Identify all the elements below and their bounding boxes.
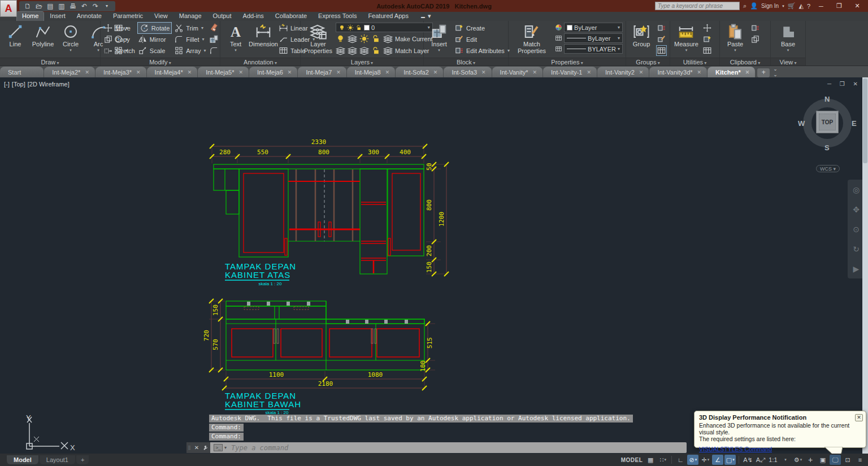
file-tab[interactable]: Int-Vanity*✕ xyxy=(492,67,542,77)
match-layer-icon[interactable] xyxy=(383,46,393,55)
grid-toggle-icon[interactable]: ▦ xyxy=(645,455,656,465)
group-selection-icon[interactable] xyxy=(657,45,666,56)
file-tab[interactable]: Int-Vanity2✕ xyxy=(597,67,649,77)
close-tab-icon[interactable]: ✕ xyxy=(288,69,292,75)
showmotion-icon[interactable]: ▶ xyxy=(853,264,860,273)
linetype-select[interactable]: BYLAYER xyxy=(564,44,623,54)
file-tab[interactable]: Int-Meja6✕ xyxy=(249,67,297,77)
panel-label-utilities[interactable]: Utilities xyxy=(670,58,719,66)
sign-in-button[interactable]: Sign In xyxy=(761,3,779,9)
quick-calc-icon[interactable] xyxy=(702,45,712,56)
model-tab[interactable]: Model xyxy=(7,455,38,464)
quick-select-icon[interactable] xyxy=(702,34,712,45)
make-current-button[interactable]: Make Current xyxy=(336,33,433,44)
layer-thaw-icon[interactable] xyxy=(347,24,354,31)
close-tab-icon[interactable]: ✕ xyxy=(481,69,486,75)
ribbon-tab-express[interactable]: Express Tools xyxy=(313,12,362,21)
tab-overflow-icon[interactable]: ⌄⌄ xyxy=(773,66,778,77)
stretch-button[interactable]: Stretch xyxy=(103,45,135,56)
copy-clip-icon[interactable] xyxy=(750,34,760,45)
ucs-icon[interactable] xyxy=(27,417,68,449)
file-tab[interactable]: Int-Meja3*✕ xyxy=(96,67,146,77)
ribbon-tab-insert[interactable]: Insert xyxy=(45,12,71,21)
search-input[interactable] xyxy=(655,2,740,10)
object-color-select[interactable]: ByLayer xyxy=(564,23,623,32)
close-tab-icon[interactable]: ✕ xyxy=(85,69,89,75)
help-icon[interactable]: ? xyxy=(807,3,810,10)
plot-icon[interactable]: 🖶 xyxy=(68,2,78,10)
erase-button[interactable] xyxy=(209,23,219,33)
edit-attributes-button[interactable]: Edit Attributes xyxy=(454,45,510,56)
offset-button[interactable] xyxy=(209,45,219,56)
sign-in-caret-icon[interactable]: ▾ xyxy=(782,4,784,8)
orbit-icon[interactable]: ↻ xyxy=(853,245,860,254)
graphics-performance-icon[interactable]: 🖵 xyxy=(830,455,841,465)
close-tab-icon[interactable]: ✕ xyxy=(385,69,390,75)
layer-icon-7[interactable] xyxy=(359,46,369,55)
autodesk-360-icon[interactable]: ◭ xyxy=(798,2,803,10)
file-tab-start[interactable]: Start xyxy=(0,67,44,77)
panel-label-draw[interactable]: Draw xyxy=(0,58,100,66)
compass-west[interactable]: W xyxy=(798,119,805,128)
ribbon-tab-home[interactable]: Home xyxy=(17,12,44,21)
id-point-icon[interactable] xyxy=(702,23,712,33)
panel-label-block[interactable]: Block xyxy=(424,58,508,66)
panel-label-annotation[interactable]: Annotation xyxy=(220,58,300,66)
clean-screen-icon[interactable]: ⊡ xyxy=(842,455,853,465)
isolate-objects-icon[interactable]: ▣ xyxy=(817,455,828,465)
ribbon-tab-annotate[interactable]: Annotate xyxy=(72,12,107,21)
copy-button[interactable]: Copy xyxy=(103,34,135,45)
polyline-button[interactable]: Polyline xyxy=(31,23,55,48)
vertical-scrollbar[interactable] xyxy=(862,77,868,454)
annotation-monitor-icon[interactable]: + xyxy=(805,455,816,465)
layer-icon-8[interactable] xyxy=(371,46,381,55)
lineweight-select[interactable]: ByLayer xyxy=(564,33,623,43)
annotation-scale-caret-icon[interactable]: ▾ xyxy=(780,455,791,465)
layer-icon-2[interactable] xyxy=(348,34,357,43)
workspace-switching-icon[interactable]: ⚙▾ xyxy=(792,455,804,465)
panel-label-view[interactable]: View xyxy=(771,58,805,66)
file-tab[interactable]: Int-Meja2*✕ xyxy=(44,67,95,77)
viewcube-top-face[interactable]: TOP xyxy=(816,111,839,133)
file-tab[interactable]: Int-Meja4*✕ xyxy=(147,67,198,77)
ungroup-icon[interactable] xyxy=(657,23,666,33)
layer-icon-4[interactable] xyxy=(371,34,381,43)
layer-unlock-icon[interactable] xyxy=(355,24,362,31)
annotation-visibility-icon[interactable]: A↯ xyxy=(742,455,754,465)
panel-label-clipboard[interactable]: Clipboard xyxy=(720,58,770,66)
line-button[interactable]: Line xyxy=(3,23,28,48)
file-tab[interactable]: Int-Vanity3d*✕ xyxy=(649,67,707,77)
redo-icon[interactable]: ↷ xyxy=(90,2,101,10)
panel-label-layers[interactable]: Layers xyxy=(301,58,423,66)
group-edit-icon[interactable] xyxy=(657,34,666,45)
layer-icon-3[interactable] xyxy=(359,34,369,43)
ribbon-tab-view[interactable]: View xyxy=(149,12,173,21)
close-tab-icon[interactable]: ✕ xyxy=(533,69,537,75)
rotate-button[interactable]: Rotate xyxy=(138,23,171,33)
customization-menu-icon[interactable]: ≡ xyxy=(854,455,866,465)
new-icon[interactable]: 🗋 xyxy=(23,2,33,10)
layout1-tab[interactable]: Layout1 xyxy=(40,455,75,464)
match-properties-button[interactable]: Match Properties xyxy=(511,23,552,55)
visualstyles-command-link[interactable]: VISUALSTYLES Command xyxy=(699,446,772,452)
insert-button[interactable]: Insert xyxy=(427,23,452,53)
ortho-toggle-icon[interactable]: ∟ xyxy=(675,455,686,465)
restore-button[interactable]: ❐ xyxy=(832,2,847,10)
close-button[interactable]: ✕ xyxy=(850,2,865,10)
close-tab-icon[interactable]: ✕ xyxy=(136,69,141,75)
dimension-button[interactable]: Dimension xyxy=(251,23,276,48)
object-snap-icon[interactable]: ▢▾ xyxy=(724,455,736,465)
compass-south[interactable]: S xyxy=(824,143,830,152)
array-button[interactable]: Array xyxy=(174,45,206,56)
base-button[interactable]: Base xyxy=(776,23,801,53)
new-layout-button[interactable]: + xyxy=(76,455,89,464)
pan-icon[interactable]: ✥ xyxy=(853,205,860,214)
notification-close-icon[interactable]: ✕ xyxy=(855,414,863,421)
polar-tracking-icon[interactable]: ⊘▾ xyxy=(687,455,698,465)
file-tab[interactable]: Int-Meja8✕ xyxy=(347,67,395,77)
panel-label-properties[interactable]: Properties xyxy=(509,58,626,66)
media-dropdown-icon[interactable]: 🗕 ▾ xyxy=(415,12,436,21)
minimize-button[interactable]: ─ xyxy=(814,3,828,10)
close-tab-icon[interactable]: ✕ xyxy=(697,69,702,75)
undo-icon[interactable]: ↶ xyxy=(79,2,89,10)
